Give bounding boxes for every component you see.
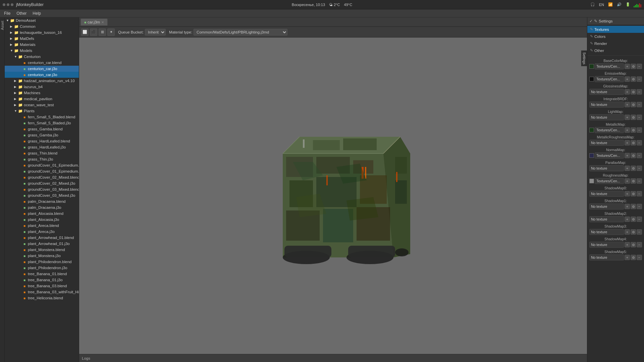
prop-btn-minus-shadowmap1[interactable]: − bbox=[637, 204, 642, 209]
prop-btn-gear-emissivemap[interactable]: ⚙ bbox=[631, 76, 636, 82]
menu-other[interactable]: Other bbox=[14, 10, 29, 16]
tree-item-Centurion[interactable]: ▼ 📁 Centurion bbox=[5, 54, 79, 60]
prop-btn-gear-normalmap[interactable]: ⚙ bbox=[631, 153, 636, 158]
tree-item-gc01-blend[interactable]: ■ groundCover_01_Epimedium.b bbox=[5, 162, 79, 168]
prop-btn-gear-integratebrdf[interactable]: ⚙ bbox=[631, 102, 636, 107]
prop-btn-gear-shadowmap5[interactable]: ⚙ bbox=[631, 255, 636, 260]
tree-item-centurion-j3o[interactable]: ■ centurion_car.j3o bbox=[5, 66, 79, 72]
prop-btn-gear-shadowmap2[interactable]: ⚙ bbox=[631, 217, 636, 222]
prop-btn-gear-basecolormap[interactable]: ⚙ bbox=[631, 64, 636, 69]
prop-btn-gear-glossinessmap[interactable]: ⚙ bbox=[631, 89, 636, 95]
tree-item-areca-blend[interactable]: ■ plant_Areca.blend bbox=[5, 223, 79, 229]
tree-item-lazurus[interactable]: ▶ 📁 lazurus_b4 bbox=[5, 84, 79, 90]
tree-item-Common[interactable]: ▶ 📁 Common bbox=[5, 23, 79, 29]
prop-btn-minus-metallicmap[interactable]: − bbox=[637, 127, 642, 133]
tree-item-banana03-blend[interactable]: ■ tree_Banana_03.blend bbox=[5, 283, 79, 289]
editor-tab-close[interactable]: ✕ bbox=[101, 20, 104, 24]
tree-item-palm-blend[interactable]: ■ palm_Dracaena.blend bbox=[5, 198, 79, 204]
settings-nav-textures[interactable]: ✎ Textures bbox=[587, 26, 644, 33]
prop-btn-gear-shadowmap0[interactable]: ⚙ bbox=[631, 191, 636, 196]
tree-item-medical[interactable]: ▶ 📁 medical_pavilion bbox=[5, 96, 79, 102]
prop-btn-plus-shadowmap5[interactable]: + bbox=[625, 255, 630, 260]
tree-item-gc02-j3o[interactable]: ■ groundCover_02_Mixed.j3o bbox=[5, 180, 79, 186]
tree-item-monstera-blend[interactable]: ■ plant_Monstera.blend bbox=[5, 247, 79, 253]
prop-btn-minus-shadowmap0[interactable]: − bbox=[637, 191, 642, 196]
tree-item-grass-hard-j3o[interactable]: ■ grass_HardLeafed.j3o bbox=[5, 144, 79, 150]
prop-btn-plus-shadowmap4[interactable]: + bbox=[625, 242, 630, 247]
toolbar-btn-cube[interactable]: ⬛ bbox=[90, 28, 97, 36]
tree-item-DemoAsset[interactable]: ▼ 📁 DemoAsset bbox=[5, 17, 79, 23]
tree-item-areca-j3o[interactable]: ■ plant_Areca.j3o bbox=[5, 229, 79, 235]
tree-item-ocean[interactable]: ▶ 📁 ocean_wave_test bbox=[5, 102, 79, 108]
prop-btn-plus-roughnessmap[interactable]: + bbox=[625, 178, 630, 184]
editor-tab-j3m[interactable]: ■ car.j3m ✕ bbox=[80, 18, 108, 25]
prop-btn-minus-shadowmap3[interactable]: − bbox=[637, 229, 642, 235]
prop-btn-minus-shadowmap2[interactable]: − bbox=[637, 217, 642, 222]
prop-btn-minus-normalmap[interactable]: − bbox=[637, 153, 642, 158]
prop-btn-minus-basecolormap[interactable]: − bbox=[637, 64, 642, 69]
menu-file[interactable]: File bbox=[1, 10, 13, 16]
tree-item-alocasia-blend[interactable]: ■ plant_Alocasia.blend bbox=[5, 210, 79, 217]
tree-item-gc01-j3o[interactable]: ■ groundCover_01_Epimedium.j bbox=[5, 168, 79, 174]
prop-btn-gear-metallicmap[interactable]: ⚙ bbox=[631, 127, 636, 133]
tree-item-grass-gamba-j3o[interactable]: ■ grass_Gamba.j3o bbox=[5, 132, 79, 138]
prop-btn-gear-parallaxmap[interactable]: ⚙ bbox=[631, 166, 636, 171]
prop-btn-minus-lightmap[interactable]: − bbox=[637, 115, 642, 120]
tree-item-centurion-j3m[interactable]: ■ centurion_car.j3o bbox=[5, 72, 79, 78]
tree-item-banana03fruit[interactable]: ■ tree_Banana_03_withFruit_Hig bbox=[5, 289, 79, 295]
tree-item-gc03-j3o[interactable]: ■ groundCover_03_Mixed.j3o bbox=[5, 192, 79, 198]
tree-item-MatDefs[interactable]: ▶ 📁 MatDefs bbox=[5, 36, 79, 42]
toolbar-btn-star[interactable]: ✦ bbox=[107, 28, 115, 36]
prop-btn-minus-emissivemap[interactable]: − bbox=[637, 76, 642, 82]
prop-btn-plus-emissivemap[interactable]: + bbox=[625, 76, 630, 82]
prop-btn-minus-shadowmap5[interactable]: − bbox=[637, 255, 642, 260]
prop-btn-gear-metallicroughnessmap[interactable]: ⚙ bbox=[631, 140, 636, 145]
tree-item-palm-j3o[interactable]: ■ palm_Dracaena.j3o bbox=[5, 204, 79, 210]
properties-list[interactable]: BaseColorMap: Textures/Cen... + ⚙ − Emis… bbox=[587, 56, 644, 362]
prop-btn-plus-normalmap[interactable]: + bbox=[625, 153, 630, 158]
tree-item-gc02-blend[interactable]: ■ groundCover_02_Mixed.blend bbox=[5, 174, 79, 180]
prop-btn-plus-shadowmap0[interactable]: + bbox=[625, 191, 630, 196]
tree-item-heliconia[interactable]: ■ tree_Heliconia.blend bbox=[5, 295, 79, 301]
prop-btn-plus-shadowmap3[interactable]: + bbox=[625, 229, 630, 235]
prop-btn-plus-metallicroughnessmap[interactable]: + bbox=[625, 140, 630, 145]
prop-btn-minus-roughnessmap[interactable]: − bbox=[637, 178, 642, 184]
tree-item-arrowhead-j3o[interactable]: ■ plant_Arrowhead_01.j3o bbox=[5, 241, 79, 247]
menu-help[interactable]: Help bbox=[30, 10, 44, 16]
prop-btn-plus-parallaxmap[interactable]: + bbox=[625, 166, 630, 171]
file-tree-content[interactable]: ▼ 📁 DemoAsset ▶ 📁 Common ▶ 📁 lechauguett… bbox=[5, 17, 79, 362]
prop-btn-gear-roughnessmap[interactable]: ⚙ bbox=[631, 178, 636, 184]
prop-btn-plus-glossinessmap[interactable]: + bbox=[625, 89, 630, 95]
material-type-select[interactable]: Common/MatDefs/Light/PBRLighting.j3md bbox=[194, 29, 287, 36]
tree-item-alocasia-j3o[interactable]: ■ plant_Alocasia.j3o bbox=[5, 217, 79, 223]
tree-item-banana01-blend[interactable]: ■ tree_Banana_01.blend bbox=[5, 271, 79, 277]
tree-item-arrowhead-blend[interactable]: ■ plant_Arrowhead_01.blend bbox=[5, 235, 79, 241]
prop-btn-gear-shadowmap3[interactable]: ⚙ bbox=[631, 229, 636, 235]
asset-tab-label[interactable]: Asset bbox=[0, 19, 5, 32]
tree-item-monstera-j3o[interactable]: ■ plant_Monstera.j3o bbox=[5, 253, 79, 259]
prop-btn-plus-integratebrdf[interactable]: + bbox=[625, 102, 630, 107]
tree-item-grass-hard-blend[interactable]: ■ grass_HardLeafed.blend bbox=[5, 138, 79, 144]
viewport-3d[interactable] bbox=[79, 38, 587, 354]
prop-btn-plus-metallicmap[interactable]: + bbox=[625, 127, 630, 133]
tree-item-fern-blend[interactable]: ■ fern_Small_5_Bladed.blend bbox=[5, 114, 79, 120]
queue-bucket-select[interactable]: Inherit bbox=[145, 29, 166, 36]
tree-item-banana01-j3o[interactable]: ■ tree_Banana_01.j3o bbox=[5, 277, 79, 283]
prop-btn-minus-shadowmap4[interactable]: − bbox=[637, 242, 642, 247]
prop-btn-plus-shadowmap1[interactable]: + bbox=[625, 204, 630, 209]
tree-item-Models[interactable]: ▼ 📁 Models bbox=[5, 48, 79, 54]
tree-item-hadzad[interactable]: ▶ 📁 hadzad_animation_run_v4.10 bbox=[5, 78, 79, 84]
prop-btn-plus-shadowmap2[interactable]: + bbox=[625, 217, 630, 222]
tree-item-grass-thin-j3o[interactable]: ■ grass_Thin.j3o bbox=[5, 156, 79, 162]
prop-btn-minus-integratebrdf[interactable]: − bbox=[637, 102, 642, 107]
prop-btn-gear-shadowmap4[interactable]: ⚙ bbox=[631, 242, 636, 247]
tree-item-Plants[interactable]: ▼ 📁 Plants bbox=[5, 108, 79, 114]
tree-item-centurion-blend[interactable]: ■ centurion_car.blend bbox=[5, 60, 79, 66]
right-edge-settings-tab[interactable]: Settings bbox=[581, 50, 587, 66]
settings-nav-other[interactable]: ✎ Other bbox=[587, 47, 644, 54]
prop-btn-gear-shadowmap1[interactable]: ⚙ bbox=[631, 204, 636, 209]
toolbar-btn-dots[interactable]: ⊞ bbox=[99, 28, 106, 36]
edge-tab-label[interactable]: Settings bbox=[581, 50, 587, 66]
tree-item-Machines[interactable]: ▶ 📁 Machines bbox=[5, 90, 79, 96]
tree-item-fern-j3o[interactable]: ■ fern_Small_5_Bladed.j3o bbox=[5, 120, 79, 126]
